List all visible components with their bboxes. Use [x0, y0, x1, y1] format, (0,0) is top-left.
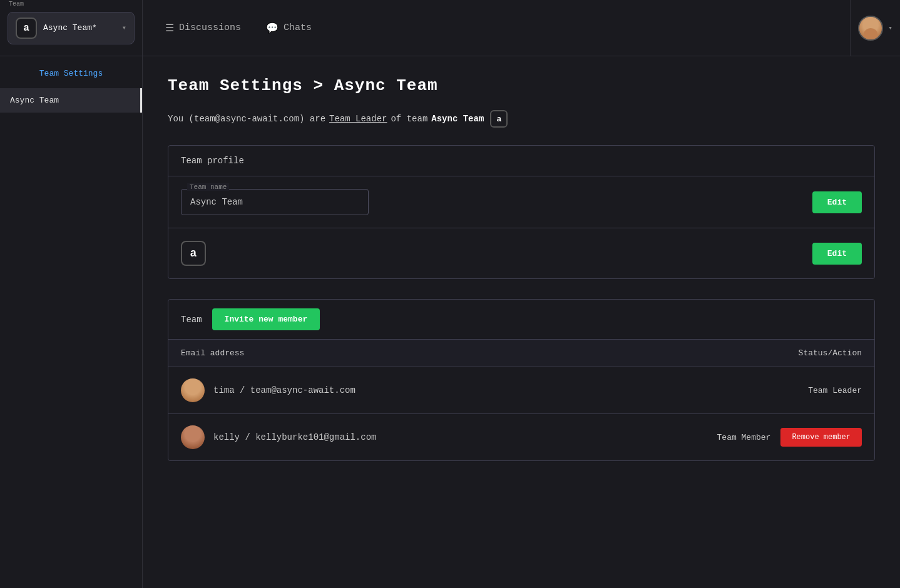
chats-icon: 💬	[266, 22, 279, 34]
team-profile-card: Team profile Team name Edit a	[168, 145, 875, 279]
user-menu[interactable]: ▾	[858, 16, 892, 41]
team-profile-header: Team profile	[168, 146, 874, 176]
team-members-card: Team Invite new member Email address Sta…	[168, 299, 875, 461]
team-name-label: Team name	[187, 183, 229, 191]
table-row: tima / team@async-await.com Team Leader	[168, 367, 874, 414]
edit-team-name-button[interactable]: Edit	[812, 191, 862, 213]
content-area: Team Settings > Async Team You (team@asy…	[143, 56, 900, 588]
team-avatar-display-container: a	[181, 241, 687, 266]
team-chevron-icon: ▾	[122, 23, 126, 33]
team-avatar: a	[16, 18, 37, 39]
avatar-kelly	[181, 425, 205, 449]
team-name-edit-right: Edit	[687, 191, 862, 213]
member-info-kelly: kelly / kellyburke101@gmail.com	[213, 432, 376, 442]
team-selector[interactable]: a Async Team* ▾	[8, 12, 135, 44]
team-name-field: Team name	[181, 189, 369, 215]
team-name-input[interactable]	[181, 189, 369, 215]
role-link[interactable]: Team Leader	[329, 114, 387, 124]
sidebar-item-label: Async Team	[10, 96, 59, 105]
topnav-right: ▾	[850, 0, 900, 56]
team-avatar-row: a Edit	[168, 228, 874, 278]
team-table-header: Email address Status/Action	[168, 340, 874, 367]
user-dropdown-chevron-icon: ▾	[888, 24, 892, 32]
topnav: Team a Async Team* ▾ ☰ Discussions 💬 Cha…	[0, 0, 900, 56]
main-layout: Team Settings Async Team Team Settings >…	[0, 56, 900, 588]
topnav-center: ☰ Discussions 💬 Chats	[143, 17, 850, 39]
discussions-icon: ☰	[165, 22, 174, 34]
status-kelly: Team Member	[717, 433, 771, 442]
member-right-kelly: Team Member Remove member	[687, 428, 862, 447]
member-left-tima: tima / team@async-await.com	[181, 378, 687, 402]
breadcrumb-team-name: Async Team	[431, 114, 484, 124]
status-tima: Team Leader	[808, 386, 862, 395]
col-email-header: Email address	[181, 348, 687, 358]
team-name: Async Team*	[43, 23, 97, 33]
sidebar-item-async-team[interactable]: Async Team	[0, 88, 142, 113]
chats-label: Chats	[284, 23, 312, 33]
breadcrumb-middle: of team	[391, 114, 427, 124]
breadcrumb-prefix: You (team@async-await.com) are	[168, 114, 325, 124]
table-row: kelly / kellyburke101@gmail.com Team Mem…	[168, 414, 874, 460]
breadcrumb-avatar: a	[490, 110, 508, 128]
member-left-kelly: kelly / kellyburke101@gmail.com	[181, 425, 687, 449]
team-label: Team	[9, 1, 24, 8]
team-avatar-display: a	[181, 241, 206, 266]
nav-chats[interactable]: 💬 Chats	[263, 17, 314, 39]
sidebar: Team Settings Async Team	[0, 56, 143, 588]
invite-member-button[interactable]: Invite new member	[212, 308, 320, 330]
remove-member-button[interactable]: Remove member	[780, 428, 862, 447]
team-card-header: Team Invite new member	[168, 300, 874, 340]
col-status-header: Status/Action	[687, 348, 862, 358]
breadcrumb: You (team@async-await.com) are Team Lead…	[168, 110, 875, 128]
team-selector-container: Team a Async Team* ▾	[0, 0, 143, 56]
team-name-row: Team name Edit	[168, 176, 874, 228]
page-title: Team Settings > Async Team	[168, 76, 875, 95]
team-avatar-edit-right: Edit	[687, 243, 862, 265]
team-name-field-container: Team name	[181, 189, 687, 215]
member-info-tima: tima / team@async-await.com	[213, 385, 355, 395]
team-card-label: Team	[181, 315, 202, 325]
user-avatar-face	[859, 17, 882, 39]
discussions-label: Discussions	[179, 23, 241, 33]
nav-discussions[interactable]: ☰ Discussions	[163, 17, 243, 39]
member-right-tima: Team Leader	[687, 386, 862, 395]
user-avatar[interactable]	[858, 16, 883, 41]
edit-team-avatar-button[interactable]: Edit	[812, 243, 862, 265]
sidebar-title: Team Settings	[0, 69, 142, 88]
avatar-tima	[181, 378, 205, 402]
